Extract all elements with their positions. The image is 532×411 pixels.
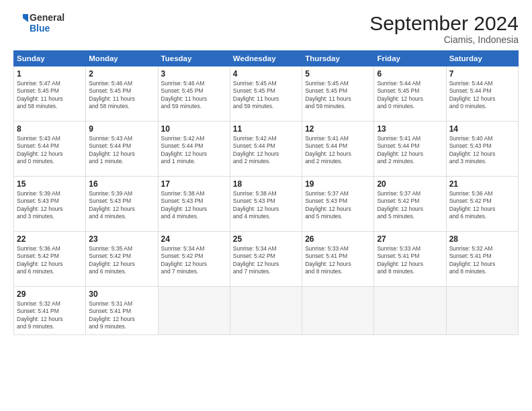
- day-number: 23: [89, 234, 154, 244]
- day-info: Sunrise: 5:44 AM Sunset: 5:44 PM Dayligh…: [449, 80, 515, 111]
- day-info: Sunrise: 5:42 AM Sunset: 5:44 PM Dayligh…: [161, 135, 227, 166]
- day-info: Sunrise: 5:35 AM Sunset: 5:42 PM Dayligh…: [89, 245, 154, 276]
- header: General Blue September 2024 Ciamis, Indo…: [13, 12, 519, 45]
- day-info: Sunrise: 5:32 AM Sunset: 5:41 PM Dayligh…: [449, 245, 515, 276]
- day-number: 14: [449, 124, 515, 134]
- weekday-header: Friday: [374, 51, 446, 66]
- calendar-cell: 1Sunrise: 5:47 AM Sunset: 5:45 PM Daylig…: [14, 66, 86, 122]
- calendar-cell: 3Sunrise: 5:46 AM Sunset: 5:45 PM Daylig…: [158, 66, 230, 122]
- day-number: 26: [305, 234, 371, 244]
- day-number: 4: [233, 69, 299, 79]
- day-number: 29: [17, 289, 83, 299]
- day-number: 2: [89, 69, 154, 79]
- day-info: Sunrise: 5:46 AM Sunset: 5:45 PM Dayligh…: [161, 80, 227, 111]
- day-info: Sunrise: 5:31 AM Sunset: 5:41 PM Dayligh…: [89, 300, 154, 331]
- calendar-cell: 29Sunrise: 5:32 AM Sunset: 5:41 PM Dayli…: [14, 287, 86, 335]
- calendar-cell: 25Sunrise: 5:34 AM Sunset: 5:42 PM Dayli…: [230, 232, 302, 287]
- month-title: September 2024: [369, 12, 519, 34]
- calendar-week-row: 22Sunrise: 5:36 AM Sunset: 5:42 PM Dayli…: [14, 232, 519, 287]
- day-info: Sunrise: 5:45 AM Sunset: 5:45 PM Dayligh…: [305, 80, 371, 111]
- calendar-cell: 7Sunrise: 5:44 AM Sunset: 5:44 PM Daylig…: [446, 66, 518, 122]
- calendar-cell: [230, 287, 302, 335]
- calendar-cell: [374, 287, 446, 335]
- day-number: 9: [89, 124, 154, 134]
- calendar-cell: 20Sunrise: 5:37 AM Sunset: 5:42 PM Dayli…: [374, 177, 446, 232]
- day-number: 8: [17, 124, 83, 134]
- day-number: 13: [377, 124, 443, 134]
- calendar-cell: 22Sunrise: 5:36 AM Sunset: 5:42 PM Dayli…: [14, 232, 86, 287]
- calendar-cell: [446, 287, 518, 335]
- day-info: Sunrise: 5:32 AM Sunset: 5:41 PM Dayligh…: [17, 300, 83, 331]
- day-info: Sunrise: 5:40 AM Sunset: 5:43 PM Dayligh…: [449, 135, 515, 166]
- day-number: 22: [17, 234, 83, 244]
- day-info: Sunrise: 5:43 AM Sunset: 5:44 PM Dayligh…: [17, 135, 83, 166]
- day-info: Sunrise: 5:37 AM Sunset: 5:42 PM Dayligh…: [377, 190, 443, 221]
- calendar-cell: [158, 287, 230, 335]
- day-number: 18: [233, 179, 299, 189]
- calendar-cell: 16Sunrise: 5:39 AM Sunset: 5:43 PM Dayli…: [86, 177, 158, 232]
- day-number: 21: [449, 179, 515, 189]
- day-number: 10: [161, 124, 227, 134]
- calendar-cell: 11Sunrise: 5:42 AM Sunset: 5:44 PM Dayli…: [230, 122, 302, 177]
- day-info: Sunrise: 5:43 AM Sunset: 5:44 PM Dayligh…: [89, 135, 154, 166]
- day-number: 7: [449, 69, 515, 79]
- calendar-cell: 18Sunrise: 5:38 AM Sunset: 5:43 PM Dayli…: [230, 177, 302, 232]
- calendar-cell: 26Sunrise: 5:33 AM Sunset: 5:41 PM Dayli…: [302, 232, 374, 287]
- day-number: 6: [377, 69, 443, 79]
- calendar-cell: 8Sunrise: 5:43 AM Sunset: 5:44 PM Daylig…: [14, 122, 86, 177]
- weekday-header: Sunday: [14, 51, 86, 66]
- weekday-header: Tuesday: [158, 51, 230, 66]
- page: General Blue September 2024 Ciamis, Indo…: [0, 0, 532, 411]
- calendar-cell: 14Sunrise: 5:40 AM Sunset: 5:43 PM Dayli…: [446, 122, 518, 177]
- calendar-cell: 21Sunrise: 5:36 AM Sunset: 5:42 PM Dayli…: [446, 177, 518, 232]
- day-number: 27: [377, 234, 443, 244]
- title-block: September 2024 Ciamis, Indonesia: [369, 12, 519, 45]
- calendar-cell: 4Sunrise: 5:45 AM Sunset: 5:45 PM Daylig…: [230, 66, 302, 122]
- weekday-header: Wednesday: [230, 51, 302, 66]
- calendar-cell: 23Sunrise: 5:35 AM Sunset: 5:42 PM Dayli…: [86, 232, 158, 287]
- calendar-cell: 12Sunrise: 5:41 AM Sunset: 5:44 PM Dayli…: [302, 122, 374, 177]
- day-number: 1: [17, 69, 83, 79]
- day-number: 16: [89, 179, 154, 189]
- day-info: Sunrise: 5:34 AM Sunset: 5:42 PM Dayligh…: [161, 245, 227, 276]
- calendar-cell: 9Sunrise: 5:43 AM Sunset: 5:44 PM Daylig…: [86, 122, 158, 177]
- day-info: Sunrise: 5:39 AM Sunset: 5:43 PM Dayligh…: [17, 190, 83, 221]
- calendar-week-row: 8Sunrise: 5:43 AM Sunset: 5:44 PM Daylig…: [14, 122, 519, 177]
- day-info: Sunrise: 5:42 AM Sunset: 5:44 PM Dayligh…: [233, 135, 299, 166]
- day-info: Sunrise: 5:45 AM Sunset: 5:45 PM Dayligh…: [233, 80, 299, 111]
- location-subtitle: Ciamis, Indonesia: [369, 34, 519, 45]
- logo-text: General Blue: [30, 12, 64, 34]
- day-info: Sunrise: 5:39 AM Sunset: 5:43 PM Dayligh…: [89, 190, 154, 221]
- day-number: 15: [17, 179, 83, 189]
- calendar-week-row: 15Sunrise: 5:39 AM Sunset: 5:43 PM Dayli…: [14, 177, 519, 232]
- calendar-cell: 28Sunrise: 5:32 AM Sunset: 5:41 PM Dayli…: [446, 232, 518, 287]
- calendar-cell: 19Sunrise: 5:37 AM Sunset: 5:43 PM Dayli…: [302, 177, 374, 232]
- logo-blue: Blue: [30, 23, 64, 34]
- calendar-week-row: 1Sunrise: 5:47 AM Sunset: 5:45 PM Daylig…: [14, 66, 519, 122]
- day-number: 5: [305, 69, 371, 79]
- day-number: 12: [305, 124, 371, 134]
- day-number: 20: [377, 179, 443, 189]
- svg-marker-0: [23, 14, 28, 22]
- calendar-cell: 17Sunrise: 5:38 AM Sunset: 5:43 PM Dayli…: [158, 177, 230, 232]
- calendar-cell: 13Sunrise: 5:41 AM Sunset: 5:44 PM Dayli…: [374, 122, 446, 177]
- day-info: Sunrise: 5:41 AM Sunset: 5:44 PM Dayligh…: [377, 135, 443, 166]
- day-number: 30: [89, 289, 154, 299]
- day-number: 24: [161, 234, 227, 244]
- day-number: 25: [233, 234, 299, 244]
- calendar-cell: 6Sunrise: 5:44 AM Sunset: 5:45 PM Daylig…: [374, 66, 446, 122]
- day-info: Sunrise: 5:41 AM Sunset: 5:44 PM Dayligh…: [305, 135, 371, 166]
- calendar-cell: 24Sunrise: 5:34 AM Sunset: 5:42 PM Dayli…: [158, 232, 230, 287]
- day-info: Sunrise: 5:47 AM Sunset: 5:45 PM Dayligh…: [17, 80, 83, 111]
- day-number: 3: [161, 69, 227, 79]
- logo: General Blue: [13, 12, 64, 34]
- calendar-cell: 2Sunrise: 5:46 AM Sunset: 5:45 PM Daylig…: [86, 66, 158, 122]
- weekday-header: Saturday: [446, 51, 518, 66]
- day-info: Sunrise: 5:38 AM Sunset: 5:43 PM Dayligh…: [233, 190, 299, 221]
- day-number: 28: [449, 234, 515, 244]
- day-info: Sunrise: 5:46 AM Sunset: 5:45 PM Dayligh…: [89, 80, 154, 111]
- calendar-cell: 15Sunrise: 5:39 AM Sunset: 5:43 PM Dayli…: [14, 177, 86, 232]
- calendar-cell: 30Sunrise: 5:31 AM Sunset: 5:41 PM Dayli…: [86, 287, 158, 335]
- calendar-table: SundayMondayTuesdayWednesdayThursdayFrid…: [13, 50, 519, 335]
- logo-bird-icon: [13, 13, 28, 33]
